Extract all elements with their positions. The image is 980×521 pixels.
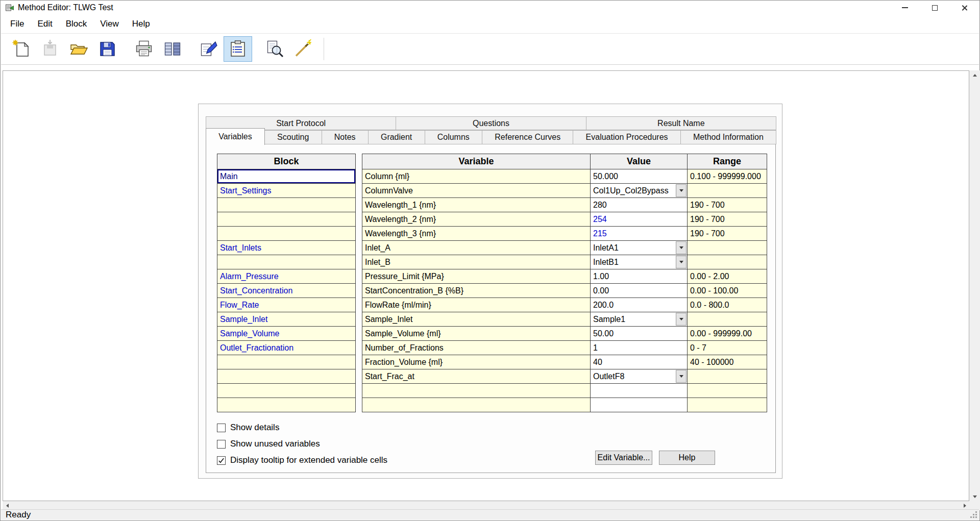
resize-grip[interactable] xyxy=(970,511,977,518)
table-row: Start_Inlets xyxy=(217,241,356,255)
block-cell-outlet-fractionation[interactable]: Outlet_Fractionation xyxy=(217,341,356,355)
block-cell[interactable] xyxy=(217,398,356,412)
range-cell: 40 - 100000 xyxy=(688,355,767,369)
range-cell xyxy=(688,255,767,269)
value-cell[interactable]: Col1Up_Col2Bypass xyxy=(591,184,688,198)
tab-notes[interactable]: Notes xyxy=(322,130,369,144)
open-method-button[interactable] xyxy=(64,36,93,62)
checkbox-show-details[interactable]: Show details xyxy=(217,423,387,433)
block-cell-main[interactable]: Main xyxy=(217,169,356,184)
table-row: Main xyxy=(217,169,356,184)
save-method-button[interactable] xyxy=(93,36,121,62)
value-cell[interactable]: InletB1 xyxy=(591,255,688,269)
value-cell[interactable]: Sample1 xyxy=(591,312,688,327)
block-cell[interactable] xyxy=(217,212,356,227)
block-cell[interactable] xyxy=(217,255,356,269)
value-cell[interactable]: 215 xyxy=(591,227,688,241)
tab-columns[interactable]: Columns xyxy=(425,130,483,144)
block-cell-sample-volume[interactable]: Sample_Volume xyxy=(217,327,356,341)
notepad-icon xyxy=(228,39,248,59)
range-cell xyxy=(688,312,767,327)
table-row: Wavelength_3 {nm}215190 - 700 xyxy=(362,227,767,241)
scroll-down-button[interactable] xyxy=(969,492,980,501)
value-cell[interactable]: 200.0 xyxy=(591,298,688,312)
menu-file[interactable]: File xyxy=(4,16,31,32)
checkbox-show-unused-variables[interactable]: Show unused variables xyxy=(217,439,387,449)
table-row: Flow_Rate xyxy=(217,298,356,312)
close-button[interactable] xyxy=(949,1,979,14)
tab-reference-curves[interactable]: Reference Curves xyxy=(482,130,573,144)
range-cell xyxy=(688,241,767,255)
value-cell[interactable]: 50.000 xyxy=(591,169,688,184)
checkbox-display-tooltip-for-extended-variable-cells[interactable]: Display tooltip for extended variable ce… xyxy=(217,455,387,465)
toolbar-end-separator xyxy=(324,38,324,60)
tab-gradient[interactable]: Gradient xyxy=(368,130,425,144)
checkbox-unchecked-icon xyxy=(217,440,226,449)
chevron-down-icon xyxy=(679,375,683,378)
menu-help[interactable]: Help xyxy=(126,16,157,32)
dropdown-arrow-icon[interactable] xyxy=(676,241,687,254)
block-cell-flow-rate[interactable]: Flow_Rate xyxy=(217,298,356,312)
value-cell[interactable]: 254 xyxy=(591,212,688,227)
dropdown-arrow-icon[interactable] xyxy=(676,313,687,326)
table-row: Alarm_Pressure xyxy=(217,269,356,284)
block-cell-start-settings[interactable]: Start_Settings xyxy=(217,184,356,198)
print-button[interactable] xyxy=(130,36,158,62)
minimize-button[interactable] xyxy=(890,1,920,14)
block-cell[interactable] xyxy=(217,198,356,212)
import-method-button[interactable] xyxy=(36,36,64,62)
block-cell[interactable] xyxy=(217,355,356,369)
edit-variable-button[interactable]: Edit Variable... xyxy=(595,451,652,465)
block-cell[interactable] xyxy=(217,227,356,241)
window-title: Method Editor: TLWG Test xyxy=(18,3,113,12)
value-cell[interactable]: 280 xyxy=(591,198,688,212)
vertical-scrollbar[interactable] xyxy=(969,70,980,501)
block-cell[interactable] xyxy=(217,369,356,384)
tab-scouting[interactable]: Scouting xyxy=(264,130,322,144)
block-cell-alarm-pressure[interactable]: Alarm_Pressure xyxy=(217,269,356,284)
value-cell[interactable]: 1.00 xyxy=(591,269,688,284)
dropdown-arrow-icon[interactable] xyxy=(676,370,687,383)
range-cell xyxy=(688,384,767,398)
value-cell[interactable]: OutletF8 xyxy=(591,369,688,384)
dropdown-arrow-icon[interactable] xyxy=(676,184,687,197)
grid-splitter xyxy=(356,154,362,412)
value-cell[interactable]: 0.00 xyxy=(591,284,688,298)
value-cell[interactable]: 40 xyxy=(591,355,688,369)
menu-edit[interactable]: Edit xyxy=(31,16,59,32)
value-text: 40 xyxy=(593,358,602,366)
tab-evaluation-procedures[interactable]: Evaluation Procedures xyxy=(573,130,680,144)
value-cell[interactable] xyxy=(591,398,688,412)
tab-result-name[interactable]: Result Name xyxy=(586,116,776,130)
block-cell-sample-inlet[interactable]: Sample_Inlet xyxy=(217,312,356,327)
maximize-button[interactable] xyxy=(920,1,949,14)
block-cell-start-concentration[interactable]: Start_Concentration xyxy=(217,284,356,298)
block-cell[interactable] xyxy=(217,384,356,398)
toolbar-separator xyxy=(121,34,130,64)
report-layout-button[interactable] xyxy=(158,36,187,62)
help-button[interactable]: Help xyxy=(659,451,715,465)
column-header-range: Range xyxy=(688,154,767,169)
sign-method-button[interactable] xyxy=(195,36,224,62)
checkbox-label: Show details xyxy=(230,423,279,433)
new-method-button[interactable] xyxy=(7,36,36,62)
scroll-up-button[interactable] xyxy=(969,70,980,80)
value-cell[interactable]: 50.00 xyxy=(591,327,688,341)
tab-method-information[interactable]: Method Information xyxy=(680,130,776,144)
text-instructions-button[interactable] xyxy=(224,36,252,62)
menu-view[interactable]: View xyxy=(93,16,126,32)
method-wizard-button[interactable] xyxy=(289,36,317,62)
range-cell: 190 - 700 xyxy=(688,198,767,212)
menu-block[interactable]: Block xyxy=(59,16,94,32)
value-cell[interactable] xyxy=(591,384,688,398)
close-icon xyxy=(961,5,968,11)
print-preview-button[interactable] xyxy=(260,36,289,62)
tab-questions[interactable]: Questions xyxy=(396,116,586,130)
dropdown-arrow-icon[interactable] xyxy=(676,256,687,268)
value-cell[interactable]: InletA1 xyxy=(591,241,688,255)
chevron-down-icon xyxy=(679,189,683,192)
tab-variables[interactable]: Variables xyxy=(206,128,265,145)
block-cell-start-inlets[interactable]: Start_Inlets xyxy=(217,241,356,255)
value-text: Col1Up_Col2Bypass xyxy=(593,186,669,195)
value-cell[interactable]: 1 xyxy=(591,341,688,355)
